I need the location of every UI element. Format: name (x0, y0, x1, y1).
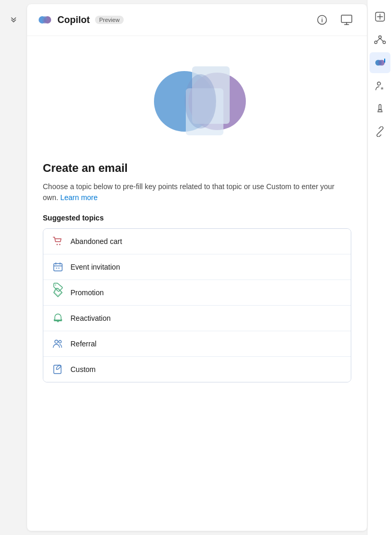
collapse-sidebar-button[interactable] (5, 10, 22, 27)
header-title: Copilot (57, 15, 90, 26)
svg-point-5 (322, 18, 323, 19)
svg-point-37 (378, 60, 382, 66)
svg-point-24 (55, 340, 58, 343)
topic-label-referral: Referral (70, 340, 97, 348)
description-text: Choose a topic below to pre-fill key poi… (43, 181, 351, 203)
topic-label-event-invitation: Event invitation (70, 263, 120, 271)
topic-reactivation[interactable]: Reactivation (43, 306, 351, 331)
presentation-button[interactable] (337, 13, 357, 27)
topic-referral[interactable]: Referral (43, 331, 351, 357)
svg-rect-21 (58, 268, 60, 269)
topic-label-custom: Custom (70, 365, 96, 374)
svg-point-13 (185, 74, 216, 129)
svg-rect-40 (379, 104, 381, 110)
svg-line-34 (380, 39, 383, 42)
people-icon (53, 339, 63, 349)
svg-point-22 (55, 285, 56, 286)
svg-rect-20 (56, 268, 57, 269)
svg-point-31 (374, 41, 377, 44)
panel-header: Copilot Preview (27, 4, 367, 36)
add-button[interactable] (370, 6, 390, 27)
create-email-title: Create an email (43, 161, 351, 175)
left-sidebar (0, 0, 27, 535)
link-settings-button[interactable] (370, 121, 390, 142)
topic-abandoned-cart[interactable]: Abandoned cart (43, 229, 351, 254)
svg-point-32 (383, 41, 385, 44)
bell-icon (53, 313, 63, 323)
topics-container: Abandoned cart Event invitation (43, 228, 351, 382)
svg-point-39 (377, 82, 381, 85)
learn-more-link[interactable]: Learn more (60, 193, 98, 202)
topic-label-promotion: Promotion (70, 288, 104, 297)
edit-icon (53, 364, 63, 375)
svg-point-14 (56, 244, 57, 245)
content-section: Create an email Choose a topic below to … (27, 156, 367, 398)
topic-event-invitation[interactable]: Event invitation (43, 254, 351, 280)
svg-rect-16 (54, 264, 62, 271)
topic-custom[interactable]: Custom (43, 357, 351, 382)
brush-button[interactable] (370, 98, 390, 119)
main-panel: Copilot Preview (27, 4, 367, 531)
people-network-button[interactable] (370, 29, 390, 50)
svg-point-15 (59, 244, 60, 245)
info-button[interactable] (313, 13, 331, 27)
suggested-topics-heading: Suggested topics (43, 214, 351, 222)
topic-label-abandoned-cart: Abandoned cart (70, 237, 122, 246)
svg-point-25 (59, 341, 62, 343)
svg-point-30 (378, 36, 381, 39)
person-settings-button[interactable] (370, 75, 390, 96)
right-sidebar (367, 0, 392, 535)
tag-icon (53, 287, 63, 298)
svg-line-33 (377, 39, 380, 42)
copilot-active-button[interactable] (370, 52, 390, 73)
calendar-icon (53, 262, 63, 272)
svg-rect-6 (341, 15, 352, 22)
cart-icon (53, 236, 63, 247)
topic-promotion[interactable]: Promotion (43, 280, 351, 306)
svg-line-41 (379, 131, 381, 133)
preview-badge: Preview (95, 16, 124, 24)
svg-point-2 (42, 16, 47, 24)
topic-label-reactivation: Reactivation (70, 314, 111, 322)
hero-illustration (140, 52, 255, 146)
copilot-logo-icon (38, 13, 52, 27)
hero-section (27, 36, 367, 156)
